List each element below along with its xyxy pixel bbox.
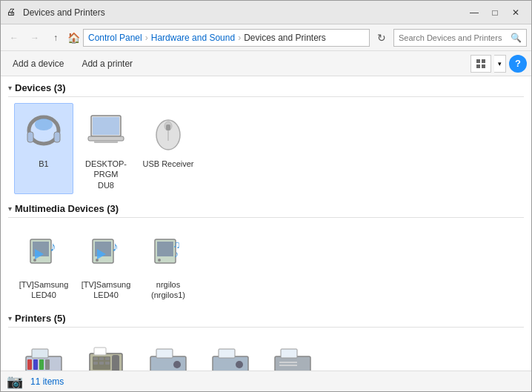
- refresh-button[interactable]: ↻: [373, 29, 390, 47]
- printer-item-epson[interactable]: EPSON L210Series: [14, 333, 73, 371]
- svg-point-51: [173, 361, 181, 368]
- close-button[interactable]: ✕: [506, 5, 525, 20]
- svg-rect-57: [281, 349, 297, 358]
- printer-item-fax[interactable]: Fax: [76, 333, 136, 371]
- multimedia-name-nrgilos: nrgilos (nrgilos1): [142, 279, 194, 301]
- multimedia-item-tv1[interactable]: ♪ [TV]SamsungLED40: [14, 224, 73, 305]
- toolbar-right: ▾ ?: [471, 55, 527, 73]
- breadcrumb[interactable]: Control Panel › Hardware and Sound › Dev…: [83, 29, 370, 47]
- multimedia-item-nrgilos[interactable]: ♫ ♪ nrgilos (nrgilos1): [139, 224, 198, 305]
- xps-svg: [208, 340, 253, 371]
- pdf-svg: [146, 340, 190, 371]
- breadcrumb-sep-1: ›: [145, 33, 148, 43]
- svg-rect-5: [27, 132, 33, 142]
- breadcrumb-control-panel[interactable]: Control Panel: [88, 33, 142, 43]
- address-bar: ← → ↑ 🏠 Control Panel › Hardware and Sou…: [1, 24, 531, 51]
- multimedia-item-tv2[interactable]: ♪ [TV]SamsungLED40: [76, 224, 136, 305]
- section-multimedia-chevron[interactable]: ▾: [8, 205, 12, 213]
- multimedia-name-tv1: [TV]SamsungLED40: [19, 279, 69, 301]
- svg-rect-41: [99, 357, 104, 360]
- printers-grid: EPSON L210Series: [8, 333, 524, 371]
- svg-rect-56: [275, 356, 310, 371]
- svg-rect-52: [213, 356, 248, 371]
- main-window: 🖨 Devices and Printers — □ ✕ ← → ↑ 🏠 Con…: [0, 0, 532, 392]
- svg-text:♪: ♪: [112, 239, 119, 254]
- svg-rect-2: [476, 64, 480, 68]
- multimedia-icon-tv2: ♪: [82, 229, 130, 276]
- section-devices: ▾ Devices (3) B1: [8, 82, 524, 194]
- printer-icon-pdf: [144, 339, 192, 371]
- svg-rect-34: [27, 359, 32, 370]
- section-multimedia-header: ▾ Multimedia Devices (3): [8, 203, 524, 218]
- svg-rect-45: [105, 362, 110, 365]
- devices-grid: B1 DESKTOP-PRGMDU8: [8, 103, 524, 194]
- search-icon: 🔍: [511, 33, 522, 43]
- printer-icon-xps: [207, 339, 254, 371]
- section-multimedia-title: Multimedia Devices (3): [15, 203, 119, 214]
- svg-point-28: [158, 259, 161, 262]
- tv1-svg: ♪: [21, 230, 66, 275]
- breadcrumb-hardware[interactable]: Hardware and Sound: [151, 33, 235, 43]
- svg-rect-48: [150, 356, 186, 371]
- back-button[interactable]: ←: [5, 29, 23, 47]
- epson-svg: [21, 340, 66, 371]
- svg-point-55: [236, 361, 243, 368]
- view-dropdown-button[interactable]: ▾: [494, 55, 506, 73]
- minimize-button[interactable]: —: [465, 5, 484, 20]
- title-bar-left: 🖨 Devices and Printers: [7, 7, 105, 19]
- printer-item-pdf[interactable]: Microsoft Print toPDF: [139, 333, 198, 371]
- svg-rect-11: [94, 141, 118, 143]
- section-devices-header: ▾ Devices (3): [8, 82, 524, 97]
- svg-point-7: [35, 119, 53, 130]
- svg-rect-44: [99, 362, 104, 365]
- search-input[interactable]: [399, 33, 511, 42]
- toolbar-left: Add a device Add a printer: [5, 55, 140, 73]
- nrgilos-svg: ♫ ♪: [146, 230, 190, 275]
- svg-rect-49: [156, 349, 173, 358]
- breadcrumb-path: Control Panel › Hardware and Sound › Dev…: [88, 33, 326, 43]
- device-icon-b1: [20, 108, 67, 156]
- breadcrumb-current: Devices and Printers: [244, 33, 326, 43]
- breadcrumb-sep-2: ›: [238, 33, 241, 43]
- svg-rect-0: [476, 59, 480, 63]
- search-box[interactable]: 🔍: [393, 29, 527, 47]
- multimedia-name-tv2: [TV]SamsungLED40: [82, 279, 131, 301]
- printer-item-xps[interactable]: Microsoft XPSDocument Writer: [201, 333, 260, 371]
- forward-button[interactable]: →: [26, 29, 44, 47]
- section-printers: ▾ Printers (5): [8, 313, 524, 371]
- printer-icon-epson: [20, 339, 67, 371]
- status-bar: 📷 11 items: [1, 371, 531, 391]
- view-mode-button[interactable]: [471, 55, 491, 73]
- svg-rect-6: [54, 132, 60, 142]
- laptop-svg: [84, 110, 128, 154]
- up-button[interactable]: ↑: [47, 29, 64, 47]
- onenote-svg: [270, 340, 315, 371]
- add-printer-button[interactable]: Add a printer: [74, 55, 140, 73]
- section-devices-chevron[interactable]: ▾: [8, 84, 12, 92]
- shell-icon: 🏠: [67, 32, 80, 44]
- svg-rect-43: [93, 362, 98, 365]
- section-printers-chevron[interactable]: ▾: [8, 314, 12, 322]
- device-item-b1[interactable]: B1: [14, 103, 73, 194]
- multimedia-grid: ♪ [TV]SamsungLED40 ♪: [8, 224, 524, 305]
- toolbar: Add a device Add a printer ▾ ?: [1, 51, 531, 76]
- svg-rect-53: [219, 349, 235, 358]
- svg-rect-35: [33, 359, 38, 370]
- svg-rect-9: [93, 117, 119, 135]
- add-device-button[interactable]: Add a device: [5, 55, 71, 73]
- svg-rect-37: [45, 359, 50, 370]
- svg-rect-15: [166, 124, 170, 130]
- section-multimedia: ▾ Multimedia Devices (3) ♪: [8, 203, 524, 305]
- printer-item-onenote[interactable]: Send To OneNote2010: [263, 333, 322, 371]
- svg-rect-47: [94, 348, 106, 355]
- section-printers-header: ▾ Printers (5): [8, 313, 524, 328]
- device-item-usb[interactable]: USB Receiver: [139, 103, 198, 194]
- device-item-desktop[interactable]: DESKTOP-PRGMDU8: [76, 103, 136, 194]
- window-title: Devices and Printers: [23, 7, 105, 18]
- help-button[interactable]: ?: [509, 55, 527, 73]
- svg-rect-10: [88, 136, 124, 141]
- maximize-button[interactable]: □: [485, 5, 505, 20]
- headphone-svg: [21, 110, 66, 154]
- status-item-count: 11 items: [30, 376, 64, 387]
- status-camera-icon: 📷: [7, 373, 23, 390]
